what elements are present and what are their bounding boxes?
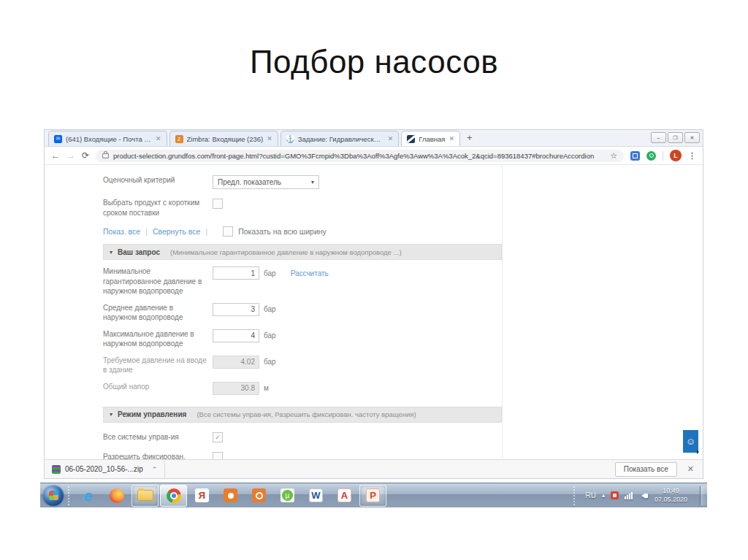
request-section-header[interactable]: ▾ Ваш запрос (Минимальное гарантированно… — [103, 244, 502, 260]
restore-button[interactable]: ❐ — [668, 132, 683, 143]
tab-close-icon[interactable]: ✕ — [267, 136, 272, 142]
short-delivery-checkbox[interactable] — [213, 199, 223, 209]
presentation-slide: Подбор насосов ✉ (641) Входящие - Почта … — [0, 0, 748, 560]
criteria-select[interactable]: Предл. показатель ▾ — [213, 175, 319, 189]
section-collapse-icon[interactable]: ▾ — [110, 411, 112, 418]
criteria-row: Оценочный критерий Предл. показатель ▾ — [103, 175, 502, 189]
option-row-all-controls: Все системы управ-ия ✓ — [103, 432, 502, 442]
firefox-icon — [110, 488, 124, 503]
close-window-button[interactable]: ✕ — [684, 132, 700, 143]
mailru-favicon-icon: ✉ — [54, 135, 62, 143]
tab-close-icon[interactable]: ✕ — [449, 136, 455, 142]
taskbar-explorer-button[interactable] — [131, 485, 159, 507]
antivirus-tray-icon[interactable] — [611, 491, 619, 499]
show-desktop-button[interactable] — [700, 486, 707, 505]
selection-form: Оценочный критерий Предл. показатель ▾ В… — [103, 171, 502, 460]
chevron-down-icon: ▾ — [311, 179, 314, 185]
taskbar-screenshot-app-button[interactable] — [217, 485, 244, 507]
section-collapse-icon[interactable]: ▾ — [110, 249, 112, 256]
start-button[interactable] — [43, 486, 64, 506]
reload-icon[interactable]: ⟳ — [82, 151, 89, 160]
min-pressure-input[interactable] — [213, 266, 259, 280]
field-row-max-pressure: Максимальное давление в наружном водопро… — [103, 329, 502, 349]
internet-explorer-icon: e — [84, 488, 92, 503]
taskbar-powerpoint-button[interactable]: P — [359, 485, 386, 507]
minimize-button[interactable]: – — [651, 132, 666, 143]
utorrent-icon: µ — [280, 488, 294, 502]
tab-close-icon[interactable]: ✕ — [388, 136, 394, 142]
field-label: Минимальное гарантированное давление в н… — [103, 266, 207, 296]
taskbar-ie-button[interactable]: e — [75, 485, 102, 507]
browser-menu-icon[interactable]: ⋮ — [688, 151, 696, 161]
taskbar-chrome-button[interactable] — [160, 485, 187, 507]
link-divider: | — [145, 227, 148, 236]
expand-links-row: Показ. все | Свернуть все | Показать на … — [103, 226, 502, 237]
back-icon[interactable]: ← — [51, 151, 60, 160]
taskbar-yandex-button[interactable]: Я — [188, 485, 215, 507]
extension-green-icon[interactable] — [646, 151, 656, 161]
field-unit: бар — [264, 305, 276, 313]
extension-blue-icon[interactable] — [630, 151, 640, 161]
downloaded-file-chip[interactable]: 06-05-2020_10-56-...zip ⌃ — [45, 460, 165, 478]
task-favicon-icon: ⚓ — [286, 135, 294, 143]
taskbar-utorrent-button[interactable]: µ — [274, 485, 301, 507]
browser-window: ✉ (641) Входящие - Почта Mail.ru ✕ Z Zim… — [44, 129, 703, 479]
yandex-browser-icon: Я — [195, 488, 209, 502]
field-label: Максимальное давление в наружном водопро… — [103, 329, 207, 349]
full-width-checkbox[interactable] — [223, 226, 233, 237]
tray-date: 07.05.2020 — [654, 496, 687, 504]
field-row-required-pressure: Требуемое давление на вводе в здание бар — [103, 356, 502, 375]
field-label: Среднее давление в наружном водопроводе — [103, 303, 207, 323]
window-controls: – ❐ ✕ — [651, 132, 700, 143]
chevron-up-icon[interactable]: ⌃ — [152, 466, 158, 473]
avg-pressure-input[interactable] — [213, 303, 259, 316]
option-label: Все системы управ-ия — [103, 432, 207, 442]
new-tab-button[interactable]: + — [467, 132, 473, 143]
download-bar: 06-05-2020_10-56-...zip ⌃ Показать все ✕ — [45, 459, 703, 478]
all-controls-checkbox[interactable]: ✓ — [213, 432, 223, 442]
url-text[interactable]: product-selection.grundfos.com/front-pag… — [113, 152, 606, 160]
address-bar[interactable]: product-selection.grundfos.com/front-pag… — [96, 150, 624, 162]
tab-grundfos-active[interactable]: Главная ✕ — [401, 131, 460, 146]
utorrent-letter: µ — [282, 490, 293, 501]
section-hint: (Все системы управ-ия, Разрешить фиксиро… — [196, 410, 416, 418]
network-signal-icon[interactable] — [625, 492, 633, 499]
field-unit: м — [264, 384, 269, 392]
close-download-bar-icon[interactable]: ✕ — [687, 464, 694, 474]
calculate-link[interactable]: Рассчитать — [291, 269, 329, 277]
section-hint: (Минимальное гарантированное давление в … — [170, 248, 402, 256]
section-title: Ваш запрос — [118, 248, 160, 256]
feedback-widget[interactable]: ☺ — [683, 430, 698, 453]
volume-icon[interactable] — [638, 493, 646, 499]
bookmark-star-icon[interactable]: ☆ — [610, 151, 617, 161]
max-pressure-input[interactable] — [213, 329, 259, 342]
field-row-total-head: Общий напор м — [103, 382, 502, 395]
criteria-selected-value: Предл. показатель — [218, 178, 281, 186]
criteria-label: Оценочный критерий — [103, 175, 207, 185]
taskbar-grip — [68, 486, 69, 505]
tab-close-icon[interactable]: ✕ — [156, 136, 161, 142]
tab-label: Главная — [419, 135, 445, 143]
total-head-output — [213, 382, 259, 395]
taskbar-screenshot-app2-button[interactable] — [245, 485, 272, 507]
taskbar-firefox-button[interactable] — [103, 485, 130, 507]
forward-icon[interactable]: → — [66, 151, 75, 160]
archive-file-icon — [52, 465, 61, 474]
profile-avatar[interactable]: L — [670, 150, 682, 161]
tab-task[interactable]: ⚓ Задание: Гидравлический рас… ✕ — [280, 131, 400, 146]
control-section-header[interactable]: ▾ Режим управления (Все системы управ-ия… — [103, 407, 502, 423]
windows-logo-icon — [49, 491, 58, 500]
taskbar-acrobat-button[interactable]: A — [331, 485, 358, 507]
show-all-downloads-button[interactable]: Показать все — [615, 462, 677, 477]
taskbar-word-button[interactable]: W — [302, 485, 329, 507]
browser-toolbar: ← → ⟳ product-selection.grundfos.com/fro… — [45, 147, 703, 165]
system-tray: RU ▴ 10:49 07.05.2020 — [569, 486, 707, 505]
tray-clock[interactable]: 10:49 07.05.2020 — [654, 487, 687, 504]
language-indicator[interactable]: RU — [585, 491, 595, 499]
tray-expand-icon[interactable]: ▴ — [602, 492, 605, 499]
tab-zimbra[interactable]: Z Zimbra: Входящие (236) ✕ — [169, 131, 278, 146]
tab-mail[interactable]: ✉ (641) Входящие - Почта Mail.ru ✕ — [48, 131, 167, 146]
tray-time: 10:49 — [654, 487, 687, 495]
show-all-link[interactable]: Показ. все — [103, 227, 140, 236]
collapse-all-link[interactable]: Свернуть все — [153, 227, 201, 236]
